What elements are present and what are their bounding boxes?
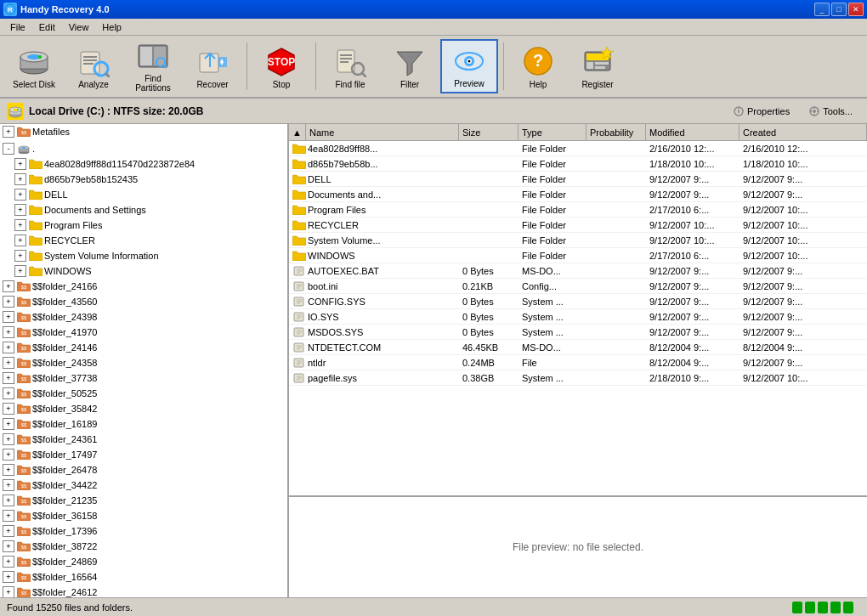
tree-expand[interactable]: + (14, 235, 26, 246)
tree-item[interactable]: + System Volume Information (0, 248, 287, 263)
tree-item[interactable]: + $$ $$folder_43560 (0, 294, 287, 309)
tree-expand[interactable]: + (3, 433, 14, 445)
tree-expand[interactable]: + (3, 357, 14, 369)
col-probability[interactable]: Probability (586, 124, 646, 140)
tree-item[interactable]: + $$ $$folder_21235 (0, 493, 287, 508)
tree-expand[interactable]: + (3, 494, 14, 506)
tree-item[interactable]: + $$ $$folder_35842 (0, 401, 287, 416)
tree-expand[interactable]: + (3, 326, 14, 338)
file-row[interactable]: Documents and... File Folder 9/12/2007 9… (289, 187, 867, 202)
tree-expand[interactable]: - (3, 143, 14, 155)
tree-expand[interactable]: + (3, 418, 14, 430)
tree-item[interactable]: + $$ $$folder_24869 (0, 554, 287, 569)
tree-item[interactable]: + RECYCLER (0, 233, 287, 248)
file-row[interactable]: IO.SYS 0 Bytes System ... 9/12/2007 9:..… (289, 309, 867, 325)
tree-item[interactable]: + $$ $$folder_24166 (0, 279, 287, 294)
tree-expand[interactable]: + (3, 510, 14, 522)
file-row[interactable]: AUTOEXEC.BAT 0 Bytes MS-DO... 9/12/2007 … (289, 263, 867, 279)
help-btn[interactable]: ? Help (509, 39, 567, 93)
file-row[interactable]: CONFIG.SYS 0 Bytes System ... 9/12/2007 … (289, 294, 867, 309)
file-row[interactable]: 4ea8028d9ff88... File Folder 2/16/2010 1… (289, 141, 867, 156)
menu-file[interactable]: File (3, 20, 32, 34)
filter-btn[interactable]: Filter (381, 39, 439, 93)
analyze-btn[interactable]: Analyze (65, 39, 122, 93)
maximize-btn[interactable]: □ (831, 3, 847, 16)
tree-expand[interactable]: + (14, 189, 26, 201)
file-row[interactable]: RECYCLER File Folder 9/12/2007 10:... 9/… (289, 218, 867, 233)
file-row[interactable]: DELL File Folder 9/12/2007 9:... 9/12/20… (289, 172, 867, 187)
tree-expand[interactable]: + (3, 464, 14, 476)
tree-expand[interactable]: + (3, 449, 14, 461)
file-row[interactable]: pagefile.sys 0.38GB System ... 2/18/2010… (289, 370, 867, 386)
tree-item[interactable]: + $$ Metafiles (0, 124, 287, 139)
find-file-btn[interactable]: Find file (321, 39, 379, 93)
tree-expand[interactable]: + (14, 158, 26, 170)
select-disk-btn[interactable]: Select Disk (5, 39, 63, 93)
col-type[interactable]: Type (518, 124, 586, 140)
tree-expand[interactable]: + (3, 372, 14, 384)
tree-item[interactable]: + d865b79eb58b152435 (0, 172, 287, 187)
col-created[interactable]: Created (740, 124, 867, 140)
tree-expand[interactable]: + (14, 219, 26, 231)
tree-expand[interactable]: + (14, 204, 26, 216)
tree-item[interactable]: + $$ $$folder_17497 (0, 447, 287, 462)
col-modified[interactable]: Modified (646, 124, 740, 140)
tree-expand[interactable]: + (3, 387, 14, 399)
file-row[interactable]: System Volume... File Folder 9/12/2007 1… (289, 233, 867, 248)
register-btn[interactable]: Register (569, 39, 626, 93)
file-row[interactable]: NTDETECT.COM 46.45KB MS-DO... 8/12/2004 … (289, 340, 867, 355)
tree-expand[interactable]: + (3, 479, 14, 491)
stop-btn[interactable]: STOP Stop (252, 39, 310, 93)
file-row[interactable]: MSDOS.SYS 0 Bytes System ... 9/12/2007 9… (289, 325, 867, 340)
tree-expand[interactable]: + (3, 525, 14, 537)
preview-btn[interactable]: Preview (440, 39, 498, 93)
tree-item[interactable]: + $$ $$folder_16189 (0, 416, 287, 432)
tree-expand[interactable]: + (3, 556, 14, 568)
tree-expand[interactable]: + (14, 265, 26, 277)
tree-item[interactable]: + $$ $$folder_24398 (0, 309, 287, 325)
tree-item[interactable]: + 4ea8028d9ff88d115470d223872e84 (0, 156, 287, 172)
tree-item[interactable]: + $$ $$folder_34422 (0, 478, 287, 493)
tree-expand[interactable]: + (3, 586, 14, 597)
tree-item[interactable]: + $$ $$folder_24612 (0, 585, 287, 597)
tree-item[interactable]: + $$ $$folder_16564 (0, 569, 287, 585)
tree-item[interactable]: + $$ $$folder_26478 (0, 462, 287, 478)
file-row[interactable]: ntldr 0.24MB File 8/12/2004 9:... 9/12/2… (289, 355, 867, 370)
tree-item[interactable]: + $$ $$folder_24358 (0, 355, 287, 370)
tree-item[interactable]: + $$ $$folder_38722 (0, 539, 287, 554)
menu-edit[interactable]: Edit (32, 20, 62, 34)
tree-expand[interactable]: + (3, 126, 14, 138)
tree-item[interactable]: + $$ $$folder_24361 (0, 432, 287, 447)
tree-item[interactable]: - . (0, 141, 287, 156)
tree-item[interactable]: + Documents and Settings (0, 202, 287, 218)
col-name[interactable]: Name (306, 124, 459, 140)
properties-btn[interactable]: Properties (725, 102, 797, 121)
tree-item[interactable]: + $$ $$folder_36158 (0, 508, 287, 523)
file-row[interactable]: WINDOWS File Folder 2/17/2010 6:... 9/12… (289, 248, 867, 263)
col-size[interactable]: Size (459, 124, 518, 140)
tree-expand[interactable]: + (3, 571, 14, 583)
tree-expand[interactable]: + (3, 540, 14, 552)
minimize-btn[interactable]: _ (814, 3, 830, 16)
file-row[interactable]: Program Files File Folder 2/17/2010 6:..… (289, 202, 867, 218)
tools-btn[interactable]: Tools... (801, 102, 860, 121)
tree-item[interactable]: + $$ $$folder_50525 (0, 386, 287, 401)
recover-btn[interactable]: Recover (184, 39, 241, 93)
col-sort[interactable]: ▲ (289, 124, 306, 140)
menu-help[interactable]: Help (95, 20, 128, 34)
tree-expand[interactable]: + (14, 250, 26, 262)
tree-expand[interactable]: + (3, 280, 14, 292)
file-row[interactable]: boot.ini 0.21KB Config... 9/12/2007 9:..… (289, 279, 867, 294)
tree-expand[interactable]: + (3, 296, 14, 308)
tree-item[interactable]: + WINDOWS (0, 263, 287, 279)
tree-item[interactable]: + DELL (0, 187, 287, 202)
find-partitions-btn[interactable]: Find Partitions (124, 39, 182, 93)
tree-item[interactable]: + $$ $$folder_24146 (0, 340, 287, 355)
menu-view[interactable]: View (62, 20, 96, 34)
file-row[interactable]: d865b79eb58b... File Folder 1/18/2010 10… (289, 156, 867, 172)
tree-expand[interactable]: + (14, 173, 26, 185)
close-btn[interactable]: ✕ (848, 3, 864, 16)
tree-expand[interactable]: + (3, 311, 14, 323)
tree-item[interactable]: + $$ $$folder_17396 (0, 523, 287, 539)
tree-item[interactable]: + $$ $$folder_37738 (0, 370, 287, 386)
